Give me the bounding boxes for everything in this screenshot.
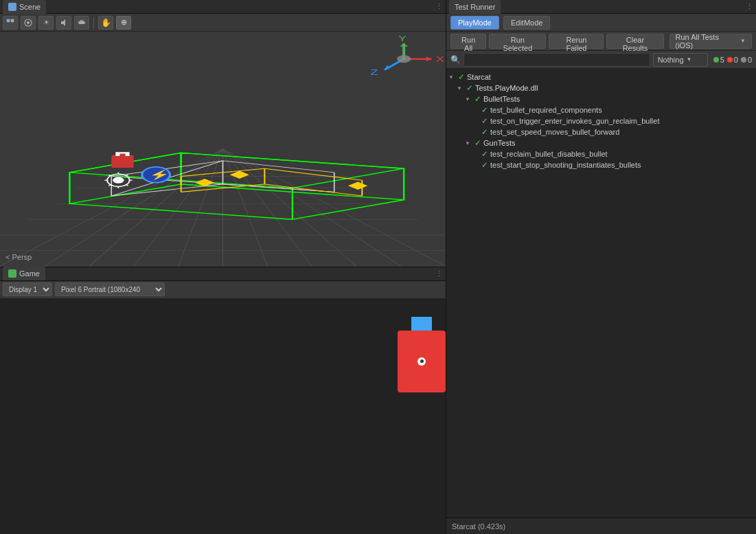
fail-dot bbox=[727, 57, 733, 63]
scene-toolbar: ☀ ✋ ⊕ bbox=[0, 14, 446, 32]
svg-rect-1 bbox=[11, 19, 14, 22]
tree-item-test3[interactable]: ✓test_set_speed_moves_bullet_forward bbox=[446, 126, 756, 137]
tree-label: test_set_speed_moves_bullet_forward bbox=[490, 128, 619, 136]
status-counts: 5 0 0 bbox=[713, 56, 752, 64]
scene-tab[interactable]: Scene bbox=[3, 0, 46, 14]
tree-item-test1[interactable]: ✓test_bullet_required_components bbox=[446, 104, 756, 115]
svg-rect-6 bbox=[80, 20, 84, 21]
scene-icon bbox=[8, 3, 16, 11]
game-tab-bar: Game ⋮ bbox=[0, 267, 446, 281]
scene-global-toggle[interactable]: ⊕ bbox=[116, 16, 131, 30]
game-character bbox=[398, 331, 446, 392]
tree-expand-arrow: ▼ bbox=[455, 83, 464, 93]
tree-label: Starcat bbox=[467, 73, 491, 81]
filter-dropdown-arrow: ▼ bbox=[687, 56, 692, 63]
test-runner-tab-bar: Test Runner ⋮ bbox=[446, 0, 756, 14]
search-input[interactable] bbox=[463, 53, 650, 67]
run-all-tests-dropdown-arrow: ▼ bbox=[740, 38, 746, 44]
svg-rect-5 bbox=[78, 21, 85, 24]
pass-icon: ✓ bbox=[479, 105, 489, 115]
pass-icon: ✓ bbox=[472, 94, 482, 104]
pass-icon: ✓ bbox=[472, 138, 482, 148]
game-viewport bbox=[0, 299, 446, 535]
fail-count-label: 0 bbox=[734, 56, 738, 64]
scene-gizmo-btn[interactable] bbox=[3, 16, 18, 30]
search-filter-bar: 🔍 Nothing ▼ 5 0 0 bbox=[446, 51, 756, 69]
robot-head bbox=[411, 317, 432, 331]
fail-count: 0 bbox=[727, 56, 738, 64]
scene-light-btn[interactable]: ☀ bbox=[38, 16, 54, 30]
svg-marker-4 bbox=[61, 19, 65, 26]
tree-label: test_bullet_required_components bbox=[490, 106, 602, 114]
pass-icon: ✓ bbox=[479, 149, 489, 159]
svg-rect-62 bbox=[119, 154, 125, 157]
tree-label: test_on_trigger_enter_invokes_gun_reclai… bbox=[490, 117, 659, 125]
robot-pupil bbox=[420, 359, 424, 363]
test-runner-action-toolbar: Run All Run Selected Rerun Failed Clear … bbox=[446, 32, 756, 51]
test-tree[interactable]: ▼✓Starcat▼✓Tests.PlayMode.dll▼✓BulletTes… bbox=[446, 69, 756, 518]
filter-dropdown-label: Nothing bbox=[658, 56, 684, 64]
svg-rect-0 bbox=[7, 19, 10, 22]
persp-label: < Persp bbox=[5, 253, 32, 261]
pass-dot bbox=[713, 57, 719, 63]
rerun-failed-btn[interactable]: Rerun Failed bbox=[549, 34, 604, 49]
clear-results-btn[interactable]: Clear Results bbox=[606, 34, 663, 49]
svg-rect-60 bbox=[111, 155, 133, 168]
svg-text:Y: Y bbox=[398, 35, 406, 43]
status-bar: Starcat (0.423s) bbox=[446, 518, 756, 534]
svg-point-74 bbox=[397, 55, 411, 63]
svg-point-3 bbox=[27, 21, 30, 24]
pass-icon: ✓ bbox=[479, 127, 489, 137]
svg-text:X: X bbox=[436, 56, 444, 63]
game-tab-label: Game bbox=[19, 269, 40, 278]
skip-dot bbox=[741, 57, 746, 63]
resolution-select[interactable]: Pixel 6 Portrait (1080x240 bbox=[55, 282, 165, 296]
tree-item-tests-playmode[interactable]: ▼✓Tests.PlayMode.dll bbox=[446, 82, 756, 93]
game-panel-menu[interactable]: ⋮ bbox=[435, 269, 443, 278]
tree-expand-arrow: ▼ bbox=[463, 94, 472, 104]
test-runner-panel-menu[interactable]: ⋮ bbox=[746, 2, 753, 11]
scene-2d-btn[interactable] bbox=[21, 16, 36, 30]
scene-tab-bar: Scene ⋮ bbox=[0, 0, 446, 14]
status-bar-text: Starcat (0.423s) bbox=[452, 522, 505, 531]
editmode-btn[interactable]: EditMode bbox=[503, 16, 550, 30]
tree-item-test2[interactable]: ✓test_on_trigger_enter_invokes_gun_recla… bbox=[446, 115, 756, 126]
run-all-tests-ios-label: Run All Tests (iOS) bbox=[676, 33, 738, 49]
robot-body bbox=[398, 331, 446, 392]
tree-label: Tests.PlayMode.dll bbox=[475, 84, 538, 92]
scene-effects-btn[interactable] bbox=[74, 16, 89, 30]
test-runner-mode-toolbar: PlayMode EditMode bbox=[446, 14, 756, 32]
tree-item-bullet-tests[interactable]: ▼✓BulletTests bbox=[446, 93, 756, 104]
test-runner-tab-label: Test Runner bbox=[455, 3, 495, 11]
pass-icon: ✓ bbox=[456, 72, 466, 82]
svg-point-51 bbox=[113, 177, 124, 183]
tree-item-starcat[interactable]: ▼✓Starcat bbox=[446, 71, 756, 82]
run-selected-btn[interactable]: Run Selected bbox=[489, 34, 546, 49]
test-runner-tab[interactable]: Test Runner bbox=[449, 0, 501, 14]
playmode-btn[interactable]: PlayMode bbox=[450, 16, 499, 30]
svg-text:Z: Z bbox=[370, 69, 378, 76]
display-select[interactable]: Display 1 bbox=[3, 282, 52, 296]
game-tab[interactable]: Game bbox=[3, 267, 45, 280]
pass-icon: ✓ bbox=[479, 160, 489, 170]
tree-item-gun-tests[interactable]: ▼✓GunTests bbox=[446, 137, 756, 148]
robot-eye bbox=[417, 357, 426, 366]
filter-dropdown[interactable]: Nothing ▼ bbox=[653, 53, 708, 67]
tree-label: test_reclaim_bullet_disables_bullet bbox=[490, 150, 608, 158]
svg-text:⚡: ⚡ bbox=[149, 169, 170, 181]
run-all-tests-ios-btn[interactable]: Run All Tests (iOS) ▼ bbox=[669, 34, 752, 49]
scene-tab-label: Scene bbox=[19, 3, 41, 11]
pass-count: 5 bbox=[713, 56, 724, 64]
scene-hand-tool[interactable]: ✋ bbox=[98, 16, 113, 30]
tree-item-test4[interactable]: ✓test_reclaim_bullet_disables_bullet bbox=[446, 148, 756, 159]
skip-count: 0 bbox=[741, 56, 752, 64]
scene-viewport[interactable]: ⚡ X Y Z bbox=[0, 32, 446, 267]
pass-icon: ✓ bbox=[464, 83, 474, 93]
tree-item-test5[interactable]: ✓test_start_stop_shooting_instantiates_b… bbox=[446, 159, 756, 170]
run-all-btn[interactable]: Run All bbox=[450, 34, 486, 49]
scene-panel-menu[interactable]: ⋮ bbox=[435, 2, 443, 11]
test-runner-panel: Test Runner ⋮ PlayMode EditMode Run All … bbox=[446, 0, 756, 534]
pass-icon: ✓ bbox=[479, 116, 489, 126]
scene-audio-btn[interactable] bbox=[56, 16, 71, 30]
game-icon bbox=[8, 269, 16, 278]
